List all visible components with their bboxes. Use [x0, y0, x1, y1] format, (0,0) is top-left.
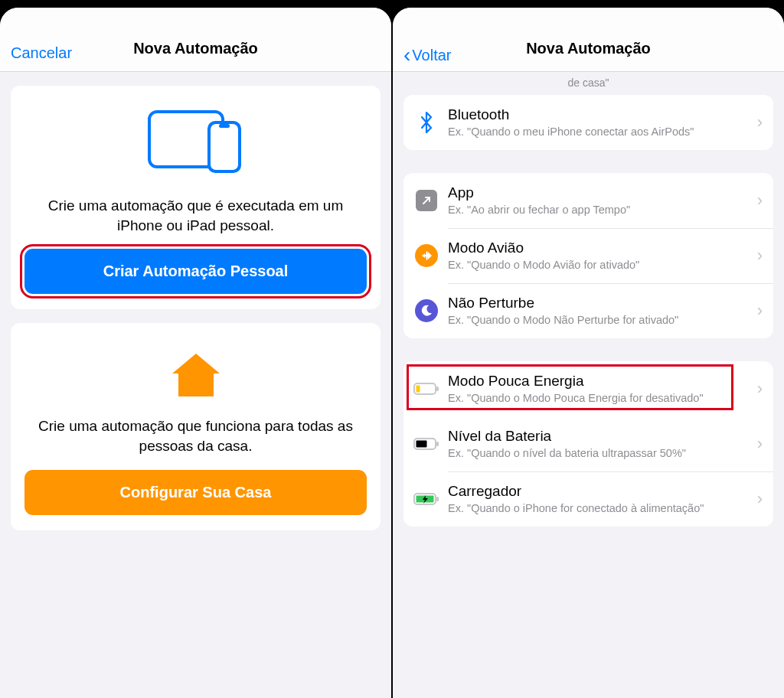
navbar-right: ‹ Voltar Nova Automação [393, 8, 784, 72]
row-title: Modo Avião [448, 240, 753, 256]
battery-level-icon [413, 430, 440, 458]
row-subtitle: Ex. "Quando o iPhone for conectado à ali… [448, 501, 753, 515]
trigger-airplane-mode[interactable]: Modo Avião Ex. "Quando o Modo Avião for … [403, 228, 773, 283]
low-battery-icon [413, 375, 440, 403]
home-automation-card: Crie uma automação que funciona para tod… [11, 323, 381, 530]
list-group-connectivity: Bluetooth Ex. "Quando o meu iPhone conec… [403, 95, 773, 150]
row-subtitle: Ex. "Quando o meu iPhone conectar aos Ai… [448, 125, 753, 139]
row-title: Nível da Bateria [448, 428, 753, 445]
trigger-app[interactable]: App Ex. "Ao abrir ou fechar o app Tempo"… [403, 173, 773, 228]
navbar-left: Cancelar Nova Automação [0, 8, 391, 72]
chevron-right-icon: › [757, 191, 763, 210]
row-subtitle: Ex. "Quando o Modo Não Perturbe for ativ… [448, 313, 753, 327]
svg-rect-11 [436, 497, 439, 501]
create-personal-automation-button[interactable]: Criar Automação Pessoal [24, 249, 367, 294]
page-title: Nova Automação [133, 40, 258, 57]
personal-desc: Crie uma automação que é executada em um… [24, 196, 367, 235]
chevron-right-icon: › [757, 246, 763, 266]
airplane-icon [413, 242, 440, 269]
home-desc: Crie uma automação que funciona para tod… [24, 416, 367, 455]
row-title: Bluetooth [448, 106, 753, 123]
back-label: Voltar [412, 47, 451, 64]
left-screen: Cancelar Nova Automação Crie uma automaç… [0, 8, 391, 698]
row-subtitle: Ex. "Quando o Modo Pouca Energia for des… [448, 391, 753, 405]
chevron-right-icon: › [757, 379, 763, 399]
chevron-right-icon: › [757, 489, 763, 509]
right-screen: ‹ Voltar Nova Automação de casa" Bluetoo… [393, 8, 784, 698]
row-title: Não Perturbe [448, 295, 753, 311]
svg-rect-9 [416, 441, 427, 448]
charger-icon [413, 485, 440, 513]
trigger-low-power-mode[interactable]: Modo Pouca Energia Ex. "Quando o Modo Po… [403, 361, 773, 416]
configure-home-button[interactable]: Configurar Sua Casa [24, 470, 367, 515]
app-icon [413, 187, 440, 214]
trigger-battery-level[interactable]: Nível da Bateria Ex. "Quando o nível da … [403, 416, 773, 471]
chevron-right-icon: › [757, 434, 763, 454]
cancel-button[interactable]: Cancelar [11, 44, 72, 62]
svg-rect-2 [211, 124, 238, 170]
row-subtitle: Ex. "Quando o Modo Avião for ativado" [448, 258, 753, 272]
house-icon [169, 352, 223, 403]
svg-rect-5 [436, 387, 439, 391]
chevron-right-icon: › [757, 113, 763, 132]
bluetooth-icon [413, 109, 440, 136]
list-group-power: Modo Pouca Energia Ex. "Quando o Modo Po… [403, 361, 773, 527]
personal-automation-card: Crie uma automação que é executada em um… [11, 86, 381, 309]
chevron-right-icon: › [757, 301, 763, 321]
svg-rect-8 [436, 442, 439, 446]
devices-icon [146, 107, 246, 178]
svg-rect-3 [219, 124, 230, 128]
row-subtitle: Ex. "Ao abrir ou fechar o app Tempo" [448, 203, 753, 217]
moon-icon [413, 297, 440, 325]
row-subtitle: Ex. "Quando o nível da bateria ultrapass… [448, 446, 753, 460]
back-button[interactable]: ‹ Voltar [403, 44, 451, 66]
row-title: App [448, 184, 753, 201]
truncated-row-subtitle: de casa" [393, 72, 784, 95]
row-title: Carregador [448, 483, 753, 500]
trigger-bluetooth[interactable]: Bluetooth Ex. "Quando o meu iPhone conec… [403, 95, 773, 150]
page-title: Nova Automação [526, 40, 651, 57]
trigger-do-not-disturb[interactable]: Não Perturbe Ex. "Quando o Modo Não Pert… [403, 283, 773, 338]
row-title: Modo Pouca Energia [448, 373, 753, 390]
list-group-modes: App Ex. "Ao abrir ou fechar o app Tempo"… [403, 173, 773, 338]
chevron-left-icon: ‹ [403, 44, 410, 66]
trigger-charger[interactable]: Carregador Ex. "Quando o iPhone for cone… [403, 471, 773, 527]
svg-rect-6 [416, 386, 420, 393]
